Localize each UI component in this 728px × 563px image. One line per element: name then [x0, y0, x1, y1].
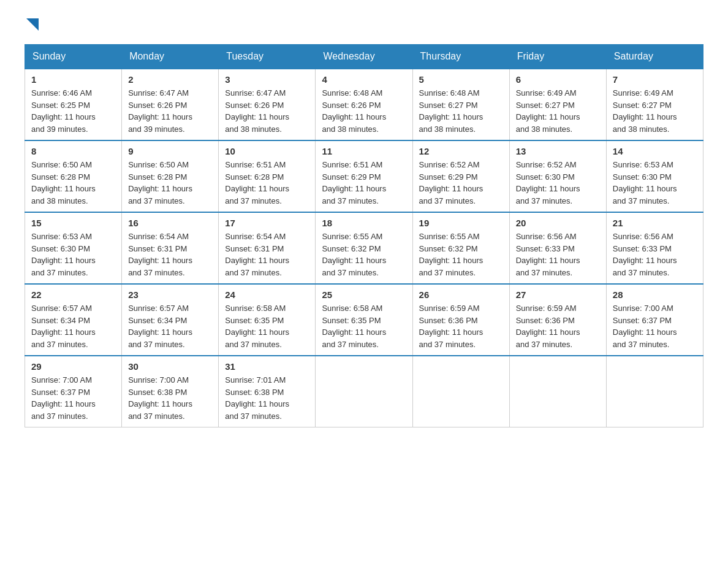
day-number: 4	[322, 74, 406, 85]
day-info: Sunrise: 6:58 AMSunset: 6:35 PMDaylight:…	[225, 304, 289, 349]
day-info: Sunrise: 6:57 AMSunset: 6:34 PMDaylight:…	[128, 304, 192, 349]
calendar-week-3: 15 Sunrise: 6:53 AMSunset: 6:30 PMDaylig…	[25, 212, 703, 284]
calendar-cell: 6 Sunrise: 6:49 AMSunset: 6:27 PMDayligh…	[509, 69, 606, 140]
day-info: Sunrise: 6:47 AMSunset: 6:26 PMDaylight:…	[225, 88, 289, 134]
day-number: 8	[31, 146, 115, 156]
day-number: 6	[516, 74, 600, 85]
day-info: Sunrise: 6:47 AMSunset: 6:26 PMDaylight:…	[128, 88, 192, 134]
calendar-cell: 25 Sunrise: 6:58 AMSunset: 6:35 PMDaylig…	[316, 284, 412, 356]
day-number: 24	[225, 289, 309, 300]
calendar-cell: 21 Sunrise: 6:56 AMSunset: 6:33 PMDaylig…	[606, 212, 703, 284]
calendar-cell: 22 Sunrise: 6:57 AMSunset: 6:34 PMDaylig…	[25, 284, 122, 356]
calendar-week-1: 1 Sunrise: 6:46 AMSunset: 6:25 PMDayligh…	[25, 69, 703, 140]
day-info: Sunrise: 6:49 AMSunset: 6:27 PMDaylight:…	[613, 88, 677, 134]
day-number: 13	[516, 146, 600, 156]
calendar-cell: 3 Sunrise: 6:47 AMSunset: 6:26 PMDayligh…	[219, 69, 316, 140]
day-number: 30	[128, 361, 212, 372]
calendar-cell: 26 Sunrise: 6:59 AMSunset: 6:36 PMDaylig…	[412, 284, 509, 356]
calendar-cell: 24 Sunrise: 6:58 AMSunset: 6:35 PMDaylig…	[219, 284, 316, 356]
day-number: 19	[419, 218, 503, 228]
calendar-cell	[509, 356, 606, 427]
day-info: Sunrise: 6:54 AMSunset: 6:31 PMDaylight:…	[225, 232, 289, 277]
calendar-cell: 27 Sunrise: 6:59 AMSunset: 6:36 PMDaylig…	[509, 284, 606, 356]
logo-arrow-icon	[26, 18, 39, 31]
day-number: 20	[516, 218, 600, 228]
day-number: 10	[225, 146, 309, 156]
calendar-cell: 2 Sunrise: 6:47 AMSunset: 6:26 PMDayligh…	[122, 69, 219, 140]
day-info: Sunrise: 6:57 AMSunset: 6:34 PMDaylight:…	[31, 304, 96, 349]
day-info: Sunrise: 6:52 AMSunset: 6:29 PMDaylight:…	[419, 160, 483, 205]
day-info: Sunrise: 6:53 AMSunset: 6:30 PMDaylight:…	[613, 160, 677, 205]
calendar-cell: 23 Sunrise: 6:57 AMSunset: 6:34 PMDaylig…	[122, 284, 219, 356]
calendar-cell: 4 Sunrise: 6:48 AMSunset: 6:26 PMDayligh…	[316, 69, 412, 140]
calendar-cell: 9 Sunrise: 6:50 AMSunset: 6:28 PMDayligh…	[122, 140, 219, 212]
calendar-body: 1 Sunrise: 6:46 AMSunset: 6:25 PMDayligh…	[25, 69, 703, 427]
calendar-cell: 30 Sunrise: 7:00 AMSunset: 6:38 PMDaylig…	[122, 356, 219, 427]
day-number: 17	[225, 218, 309, 228]
day-number: 22	[31, 289, 115, 300]
day-info: Sunrise: 6:52 AMSunset: 6:30 PMDaylight:…	[516, 160, 580, 205]
day-info: Sunrise: 6:58 AMSunset: 6:35 PMDaylight:…	[322, 304, 386, 349]
weekday-header-wednesday: Wednesday	[316, 45, 412, 69]
calendar-cell: 15 Sunrise: 6:53 AMSunset: 6:30 PMDaylig…	[25, 212, 122, 284]
day-number: 18	[322, 218, 406, 228]
day-number: 28	[613, 289, 697, 300]
day-number: 31	[225, 361, 309, 372]
day-info: Sunrise: 6:59 AMSunset: 6:36 PMDaylight:…	[419, 304, 483, 349]
logo	[25, 18, 39, 32]
day-info: Sunrise: 7:00 AMSunset: 6:37 PMDaylight:…	[31, 375, 96, 421]
calendar-cell: 28 Sunrise: 7:00 AMSunset: 6:37 PMDaylig…	[606, 284, 703, 356]
day-number: 1	[31, 74, 115, 85]
calendar-week-5: 29 Sunrise: 7:00 AMSunset: 6:37 PMDaylig…	[25, 356, 703, 427]
calendar-cell: 17 Sunrise: 6:54 AMSunset: 6:31 PMDaylig…	[219, 212, 316, 284]
calendar-cell: 12 Sunrise: 6:52 AMSunset: 6:29 PMDaylig…	[412, 140, 509, 212]
day-info: Sunrise: 6:51 AMSunset: 6:28 PMDaylight:…	[225, 160, 289, 205]
calendar-week-4: 22 Sunrise: 6:57 AMSunset: 6:34 PMDaylig…	[25, 284, 703, 356]
day-info: Sunrise: 6:48 AMSunset: 6:26 PMDaylight:…	[322, 88, 386, 134]
day-info: Sunrise: 6:56 AMSunset: 6:33 PMDaylight:…	[516, 232, 580, 277]
day-number: 23	[128, 289, 212, 300]
calendar-cell	[316, 356, 412, 427]
page-header	[25, 18, 703, 32]
day-number: 5	[419, 74, 503, 85]
calendar-cell: 8 Sunrise: 6:50 AMSunset: 6:28 PMDayligh…	[25, 140, 122, 212]
day-number: 21	[613, 218, 697, 228]
day-info: Sunrise: 6:46 AMSunset: 6:25 PMDaylight:…	[31, 88, 96, 134]
calendar-cell	[606, 356, 703, 427]
calendar-cell: 16 Sunrise: 6:54 AMSunset: 6:31 PMDaylig…	[122, 212, 219, 284]
day-info: Sunrise: 6:50 AMSunset: 6:28 PMDaylight:…	[128, 160, 192, 205]
day-number: 26	[419, 289, 503, 300]
day-info: Sunrise: 7:00 AMSunset: 6:38 PMDaylight:…	[128, 375, 192, 421]
weekday-header-friday: Friday	[509, 45, 606, 69]
calendar-cell: 1 Sunrise: 6:46 AMSunset: 6:25 PMDayligh…	[25, 69, 122, 140]
calendar-cell: 14 Sunrise: 6:53 AMSunset: 6:30 PMDaylig…	[606, 140, 703, 212]
day-number: 16	[128, 218, 212, 228]
day-info: Sunrise: 6:55 AMSunset: 6:32 PMDaylight:…	[322, 232, 386, 277]
day-number: 15	[31, 218, 115, 228]
day-info: Sunrise: 6:49 AMSunset: 6:27 PMDaylight:…	[516, 88, 580, 134]
weekday-header-row: SundayMondayTuesdayWednesdayThursdayFrid…	[25, 45, 703, 69]
calendar-week-2: 8 Sunrise: 6:50 AMSunset: 6:28 PMDayligh…	[25, 140, 703, 212]
day-info: Sunrise: 6:55 AMSunset: 6:32 PMDaylight:…	[419, 232, 483, 277]
day-info: Sunrise: 6:50 AMSunset: 6:28 PMDaylight:…	[31, 160, 96, 205]
day-info: Sunrise: 6:56 AMSunset: 6:33 PMDaylight:…	[613, 232, 677, 277]
day-number: 3	[225, 74, 309, 85]
day-info: Sunrise: 6:54 AMSunset: 6:31 PMDaylight:…	[128, 232, 192, 277]
day-number: 7	[613, 74, 697, 85]
calendar-cell	[412, 356, 509, 427]
day-number: 27	[516, 289, 600, 300]
day-number: 29	[31, 361, 115, 372]
day-info: Sunrise: 7:01 AMSunset: 6:38 PMDaylight:…	[225, 375, 289, 421]
calendar-header: SundayMondayTuesdayWednesdayThursdayFrid…	[25, 45, 703, 69]
calendar-cell: 13 Sunrise: 6:52 AMSunset: 6:30 PMDaylig…	[509, 140, 606, 212]
day-number: 9	[128, 146, 212, 156]
calendar-cell: 31 Sunrise: 7:01 AMSunset: 6:38 PMDaylig…	[219, 356, 316, 427]
weekday-header-thursday: Thursday	[412, 45, 509, 69]
day-info: Sunrise: 6:53 AMSunset: 6:30 PMDaylight:…	[31, 232, 96, 277]
weekday-header-tuesday: Tuesday	[219, 45, 316, 69]
calendar-cell: 11 Sunrise: 6:51 AMSunset: 6:29 PMDaylig…	[316, 140, 412, 212]
day-number: 2	[128, 74, 212, 85]
calendar-cell: 20 Sunrise: 6:56 AMSunset: 6:33 PMDaylig…	[509, 212, 606, 284]
day-info: Sunrise: 7:00 AMSunset: 6:37 PMDaylight:…	[613, 304, 677, 349]
calendar-table: SundayMondayTuesdayWednesdayThursdayFrid…	[25, 44, 703, 427]
